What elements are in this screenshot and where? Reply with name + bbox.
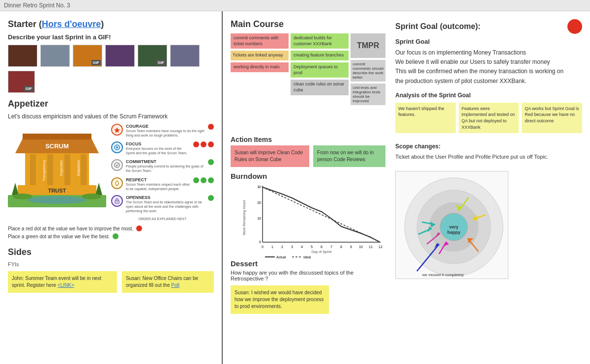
gif-thumb-2 [40, 45, 70, 67]
hors-doeuvre-link[interactable]: Hors d'oeuvre [42, 19, 101, 29]
respect-text: RESPECT Scrum Team members respect each … [126, 177, 190, 191]
red-legend-row: Place a red dot at the value we have to … [8, 225, 214, 231]
red-dot-legend [136, 225, 142, 231]
svg-rect-7 [81, 154, 87, 185]
focus-dot-1 [193, 141, 199, 147]
svg-text:TRUST: TRUST [48, 188, 66, 194]
openness-text: OPENNESS The Scrum Team and its stakehol… [126, 195, 205, 213]
svg-point-1 [28, 196, 87, 204]
svg-text:SCRUM: SCRUM [45, 142, 69, 150]
gif-thumb-4 [105, 45, 135, 67]
svg-text:4: 4 [301, 245, 303, 249]
openness-row: OPENNESS The Scrum Team and its stakehol… [111, 195, 214, 213]
svg-text:9: 9 [350, 245, 352, 249]
sprint-goal-header: Sprint Goal (outcome): [395, 19, 582, 34]
john-note-text: John: Summer Team event will be in next … [12, 276, 101, 288]
svg-text:7: 7 [330, 245, 332, 249]
starter-title: Starter (Hors d'oeuvre) [8, 19, 214, 29]
courage-text: COURAGE Scrum Team members have courage … [126, 124, 205, 138]
openness-icon [111, 195, 123, 207]
burndown-chart: Work Remaining Hours 30 20 10 0 0 1 [248, 183, 385, 252]
svg-point-22 [116, 146, 118, 148]
svg-text:12: 12 [379, 245, 383, 249]
tab-bar: Dinner Retro Sprint No. 3 [0, 0, 590, 11]
courage-dot-1 [208, 124, 214, 130]
svg-text:Adaptation: Adaptation [77, 160, 81, 176]
svg-text:0: 0 [262, 245, 264, 249]
kanban-card-8: commit comments should describe the work… [351, 60, 385, 82]
gif-thumb-6 [170, 45, 200, 67]
respect-dot-1 [193, 177, 199, 183]
focus-dots [193, 141, 214, 147]
scope-section: Scope changes: Ticket about the User Pro… [395, 143, 582, 161]
courage-dots [208, 124, 214, 130]
kanban-card-7: clean code rules on sonar cube [291, 80, 349, 95]
kanban-card-2: Tickets are linked anyway [231, 51, 289, 60]
john-link[interactable]: <LINK> [58, 282, 74, 288]
focus-dot-2 [201, 141, 206, 147]
respect-icon [111, 177, 123, 189]
svg-rect-6 [64, 154, 70, 185]
tab-label: Dinner Retro Sprint No. 3 [4, 2, 70, 9]
gif-thumb-1 [8, 45, 37, 67]
dessert-question: How happy are you with the discussed top… [231, 270, 385, 281]
svg-text:0: 0 [259, 240, 261, 244]
gif-thumb-3: GIF [73, 45, 102, 67]
analysis-card-2: Features were implemented and tested on … [459, 103, 519, 133]
green-legend-row: Place a green dot at the value we live t… [8, 233, 214, 239]
svg-text:1: 1 [271, 245, 273, 249]
sprint-goal-text: Our focus is on implementing Money Trans… [395, 48, 582, 86]
right-top: Main Course commit comments with ticket … [231, 19, 582, 314]
analysis-card-3: QA works but Sprint Goal is Red because … [522, 103, 582, 133]
sprint-goal-subheader: Sprint Goal [395, 38, 582, 45]
svg-text:Day of Sprint: Day of Sprint [312, 250, 332, 254]
left-panel: Starter (Hors d'oeuvre) Describe your la… [0, 11, 223, 364]
respect-row: RESPECT Scrum Team members respect each … [111, 177, 214, 191]
svg-rect-12 [23, 134, 91, 140]
svg-text:10: 10 [359, 245, 363, 249]
analysis-card-1: We haven't shipped the features. [395, 103, 456, 133]
svg-marker-17 [95, 183, 102, 195]
commitment-dots [208, 159, 214, 165]
appetizer-title: Appetizer [8, 99, 214, 109]
gif-row: GIF GIF [8, 45, 214, 67]
kanban-card-1: commit comments with ticket numbers [231, 33, 289, 49]
susan-link[interactable]: Poll [171, 282, 179, 288]
svg-text:very: very [449, 224, 459, 229]
respect-dot-3 [208, 177, 214, 183]
happiness-svg: very happy [400, 175, 508, 279]
kanban-card-3: working directly in main [231, 62, 289, 72]
analysis-cards: We haven't shipped the features. Feature… [395, 103, 582, 133]
action-card-2: From now on we will do in person Code Re… [313, 145, 385, 167]
happiness-chart: very happy [395, 171, 508, 279]
svg-text:20: 20 [257, 201, 261, 204]
focus-dot-3 [208, 141, 214, 147]
svg-text:happy: happy [447, 230, 461, 235]
green-dot-legend [113, 233, 118, 239]
svg-text:Inspection: Inspection [59, 160, 63, 176]
svg-text:Transparency: Transparency [42, 160, 46, 181]
action-items-section: Action Items Susan will improve Clean Co… [231, 136, 385, 167]
sprint-goal-section: Sprint Goal (outcome): Sprint Goal Our f… [395, 19, 582, 314]
svg-marker-15 [12, 183, 19, 195]
kanban-board: commit comments with ticket numbers Tick… [231, 33, 385, 132]
gif-row-2: GIF [8, 71, 214, 93]
openness-dot-1 [208, 195, 214, 201]
order-label: ORDER AS EXPLAINED NEXT [111, 217, 214, 221]
scrum-diagram: Transparency Inspection Adaptation SCRUM… [8, 124, 214, 221]
svg-text:6: 6 [321, 245, 323, 249]
dessert-title: Dessert [231, 259, 385, 268]
sides-section: Sides FYIs John: Summer Team event will … [8, 247, 214, 293]
svg-text:8: 8 [340, 245, 342, 249]
red-legend-text: Place a red dot at the value we have to … [8, 226, 133, 231]
dots-legend: Place a red dot at the value we have to … [8, 225, 214, 239]
courage-row: COURAGE Scrum Team members have courage … [111, 124, 214, 138]
green-legend-text: Place a green dot at the value we live t… [8, 234, 110, 239]
svg-point-20 [82, 194, 101, 199]
openness-dots [208, 195, 214, 201]
svg-text:Actual: Actual [276, 255, 286, 259]
kanban-card-6: Deployment queues to prod [291, 62, 349, 78]
right-panel: Main Course commit comments with ticket … [223, 11, 590, 364]
appetizer-section: Appetizer Let's discuss empiricism and v… [8, 99, 214, 239]
svg-text:11: 11 [369, 245, 373, 249]
